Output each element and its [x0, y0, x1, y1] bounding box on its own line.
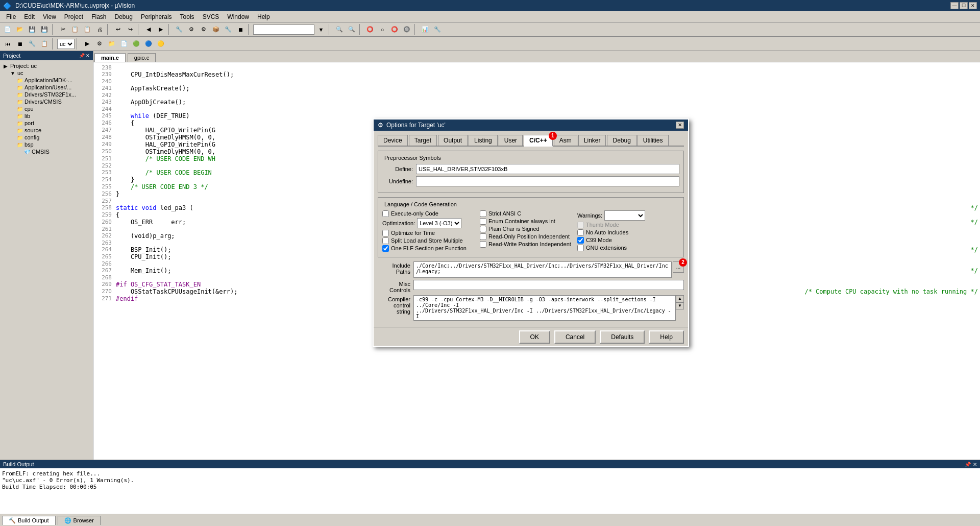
tab-browser[interactable]: 🌐 Browser	[58, 516, 101, 525]
tab-output[interactable]: Output	[438, 135, 468, 146]
tab-build-output[interactable]: 🔨 Build Output	[2, 516, 56, 525]
menu-flash[interactable]: Flash	[87, 12, 110, 21]
cancel-button[interactable]: Cancel	[554, 330, 596, 344]
build-btn-2[interactable]: ⚙	[186, 24, 197, 35]
include-paths-input[interactable]: ./Core/Inc;../Drivers/STM32F1xx_HAL_Driv…	[413, 261, 672, 278]
tab-linker[interactable]: Linker	[578, 135, 606, 146]
panel-pin-btn[interactable]: 📌	[965, 462, 971, 467]
tab-utilities[interactable]: Utilities	[638, 135, 669, 146]
menu-edit[interactable]: Edit	[20, 12, 39, 21]
read-only-checkbox[interactable]	[480, 233, 486, 240]
menu-project[interactable]: Project	[60, 12, 87, 21]
optimization-select[interactable]: Level 3 (-O3)	[417, 218, 461, 228]
new-file-button[interactable]: 📄	[2, 24, 13, 35]
redo-button[interactable]: ↪	[125, 24, 136, 35]
build-btn-5[interactable]: 🔧	[223, 24, 234, 35]
tree-item-appmdk[interactable]: 📁Application/MDK-...	[16, 77, 91, 84]
menu-file[interactable]: File	[2, 12, 20, 21]
build-btn-3[interactable]: ⚙	[198, 24, 209, 35]
define-input[interactable]	[416, 164, 679, 174]
prev-button[interactable]: ⏮	[2, 38, 13, 50]
view-btn-1[interactable]: 📊	[420, 24, 431, 35]
menu-peripherals[interactable]: Peripherals	[137, 12, 176, 21]
debug-btn-2[interactable]: ○	[377, 24, 388, 35]
nav-back-button[interactable]: ◀	[143, 24, 154, 35]
misc-controls-input[interactable]	[413, 280, 684, 290]
thumb-mode-checkbox[interactable]	[577, 222, 584, 228]
plain-char-checkbox[interactable]	[480, 226, 486, 232]
menu-window[interactable]: Window	[223, 12, 253, 21]
optimize-time-checkbox[interactable]	[382, 230, 389, 236]
out-btn-2[interactable]: 📄	[118, 38, 130, 50]
menu-debug[interactable]: Debug	[111, 12, 137, 21]
debug-btn-3[interactable]: ⭕	[389, 24, 400, 35]
compiler-scroll-down[interactable]: ▼	[676, 302, 684, 309]
run-btn[interactable]: ▶	[82, 38, 93, 50]
debug-btn-4[interactable]: 🔘	[401, 24, 412, 35]
gnu-ext-checkbox[interactable]	[577, 245, 584, 251]
out-btn-4[interactable]: 🔵	[143, 38, 154, 50]
include-dropdown-btn[interactable]: ▼	[315, 24, 327, 35]
tab-gpioc[interactable]: gpio.c	[128, 53, 156, 62]
out-btn-5[interactable]: 🟡	[155, 38, 166, 50]
enum-container-checkbox[interactable]	[480, 218, 486, 225]
tools-btn-2[interactable]: 📋	[39, 38, 50, 50]
menu-svcs[interactable]: SVCS	[199, 12, 224, 21]
undo-button[interactable]: ↩	[112, 24, 124, 35]
tab-user[interactable]: User	[499, 135, 523, 146]
tree-item-appuser[interactable]: 📁Application/User/...	[16, 84, 91, 91]
debug-btn-1[interactable]: ⭕	[364, 24, 376, 35]
execute-only-checkbox[interactable]	[382, 210, 389, 217]
stop-button[interactable]: ⏹	[14, 38, 26, 50]
target-select[interactable]: uc	[57, 39, 75, 49]
print-button[interactable]: 🖨	[94, 24, 105, 35]
tab-device[interactable]: Device	[378, 135, 408, 146]
tree-item-port[interactable]: 📁port	[16, 119, 91, 127]
tree-item-bsp[interactable]: 📁bsp	[16, 141, 91, 148]
sidebar-close-btn[interactable]: ✕	[86, 53, 90, 58]
tab-target[interactable]: Target	[409, 135, 437, 146]
tree-item-drv1[interactable]: 📁Drivers/STM32F1x...	[16, 91, 91, 98]
tab-listing[interactable]: Listing	[469, 135, 498, 146]
warnings-select[interactable]	[604, 210, 645, 221]
split-load-checkbox[interactable]	[382, 237, 389, 244]
options-dialog[interactable]: ⚙ Options for Target 'uc' ✕ Device Targe…	[373, 118, 689, 347]
dialog-close-button[interactable]: ✕	[676, 122, 684, 129]
one-elf-checkbox[interactable]	[382, 245, 389, 252]
tools-btn-1[interactable]: 🔧	[27, 38, 38, 50]
build-btn-4[interactable]: 📦	[210, 24, 222, 35]
sidebar-pin-btn[interactable]: 📌	[79, 53, 85, 58]
opt-btn[interactable]: ⚙	[94, 38, 105, 50]
build-btn-1[interactable]: 🔧	[174, 24, 185, 35]
minimize-button[interactable]: —	[950, 2, 959, 9]
nav-fwd-button[interactable]: ▶	[155, 24, 166, 35]
tree-item-uc[interactable]: ▼ uc	[9, 69, 91, 77]
tab-debug[interactable]: Debug	[607, 135, 636, 146]
defaults-button[interactable]: Defaults	[600, 330, 645, 344]
cut-button[interactable]: ✂	[57, 24, 68, 35]
tree-item-cmsis[interactable]: 💎CMSIS	[23, 148, 91, 155]
save-all-button[interactable]: 💾	[39, 24, 50, 35]
out-btn-1[interactable]: 📁	[106, 38, 117, 50]
close-button[interactable]: ✕	[969, 2, 977, 9]
view-btn-2[interactable]: 🔧	[432, 24, 443, 35]
compiler-scroll-up[interactable]: ▲	[676, 295, 684, 302]
search-button[interactable]: 🔍	[334, 24, 345, 35]
read-write-checkbox[interactable]	[480, 241, 486, 248]
tab-mainc[interactable]: main.c	[94, 53, 126, 62]
tree-item-source[interactable]: 📁source	[16, 127, 91, 134]
tree-item-cpu[interactable]: 📁cpu	[16, 105, 91, 112]
panel-close-btn[interactable]: ✕	[973, 462, 977, 467]
copy-button[interactable]: 📋	[69, 24, 81, 35]
menu-tools[interactable]: Tools	[176, 12, 199, 21]
include-input[interactable]: #include	[253, 25, 314, 35]
build-btn-6[interactable]: ⏹	[235, 24, 246, 35]
paste-button[interactable]: 📋	[82, 24, 93, 35]
tree-item-drvcmsis[interactable]: 📁Drivers/CMSIS	[16, 98, 91, 105]
search-opt-button[interactable]: 🔍	[346, 24, 357, 35]
no-auto-includes-checkbox[interactable]	[577, 229, 584, 236]
c99-mode-checkbox[interactable]	[577, 237, 584, 244]
tab-asm[interactable]: Asm	[554, 135, 577, 146]
tree-item-lib[interactable]: 📁lib	[16, 112, 91, 119]
help-button[interactable]: Help	[649, 330, 684, 344]
